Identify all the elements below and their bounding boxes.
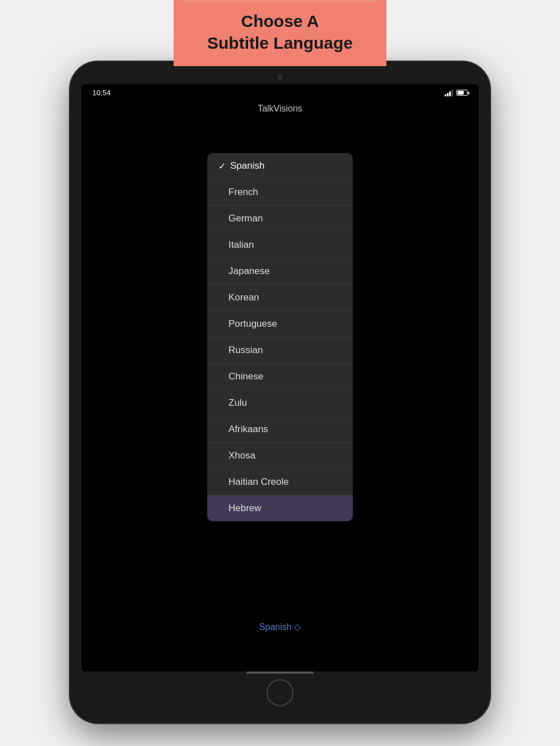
language-option-chinese[interactable]: Chinese bbox=[207, 364, 353, 390]
signal-icon bbox=[445, 90, 453, 96]
home-indicator bbox=[246, 671, 314, 674]
language-dropdown[interactable]: ✓ Spanish French German Italian Japane bbox=[207, 153, 353, 521]
language-label-german: German bbox=[228, 213, 263, 224]
language-option-hebrew[interactable]: Hebrew bbox=[207, 495, 353, 521]
status-bar: 10:54 bbox=[81, 84, 479, 101]
language-label-zulu: Zulu bbox=[228, 397, 247, 409]
language-label-russian: Russian bbox=[228, 345, 263, 356]
status-right bbox=[445, 90, 468, 96]
tablet-frame: 10:54 TalkVisions ✓ bbox=[70, 62, 490, 723]
language-label-spanish: Spanish bbox=[230, 160, 264, 172]
language-option-haitian-creole[interactable]: Haitian Creole bbox=[207, 469, 353, 495]
language-option-russian[interactable]: Russian bbox=[207, 337, 353, 364]
language-option-german[interactable]: German bbox=[207, 206, 353, 232]
language-label-xhosa: Xhosa bbox=[228, 450, 255, 461]
time-display: 10:54 bbox=[92, 89, 111, 97]
language-label-haitian-creole: Haitian Creole bbox=[228, 476, 289, 488]
banner: Choose A Subtitle Language bbox=[174, 0, 386, 66]
banner-line2: Subtitle Language bbox=[207, 34, 353, 52]
language-option-afrikaans[interactable]: Afrikaans bbox=[207, 416, 353, 443]
language-option-xhosa[interactable]: Xhosa bbox=[207, 443, 353, 469]
battery-icon bbox=[456, 90, 468, 96]
language-option-zulu[interactable]: Zulu bbox=[207, 390, 353, 416]
language-label-japanese: Japanese bbox=[228, 266, 270, 277]
banner-line1: Choose A bbox=[241, 12, 319, 30]
language-option-italian[interactable]: Italian bbox=[207, 232, 353, 258]
language-option-korean[interactable]: Korean bbox=[207, 285, 353, 311]
language-label-italian: Italian bbox=[228, 239, 254, 251]
banner-title: Choose A Subtitle Language bbox=[207, 10, 353, 54]
battery-fill bbox=[458, 91, 464, 95]
camera bbox=[278, 75, 282, 80]
language-option-japanese[interactable]: Japanese bbox=[207, 258, 353, 285]
screen-content: ✓ Spanish French German Italian Japane bbox=[81, 119, 479, 671]
banner-background: Choose A Subtitle Language bbox=[174, 0, 386, 66]
language-option-portuguese[interactable]: Portuguese bbox=[207, 311, 353, 337]
checkmark-icon: ✓ bbox=[218, 161, 226, 172]
tablet-screen: 10:54 TalkVisions ✓ bbox=[81, 84, 479, 671]
bottom-selector-label: Spanish ◇ bbox=[259, 622, 301, 632]
home-button[interactable] bbox=[267, 679, 293, 706]
language-option-french[interactable]: French bbox=[207, 179, 353, 206]
bottom-language-selector[interactable]: Spanish ◇ bbox=[81, 622, 479, 632]
language-option-spanish[interactable]: ✓ Spanish bbox=[207, 153, 353, 179]
language-label-portuguese: Portuguese bbox=[228, 318, 277, 330]
language-label-chinese: Chinese bbox=[228, 371, 263, 382]
app-title: TalkVisions bbox=[81, 101, 479, 119]
language-label-french: French bbox=[228, 187, 258, 198]
home-area bbox=[246, 671, 314, 712]
language-label-hebrew: Hebrew bbox=[228, 503, 262, 514]
language-label-afrikaans: Afrikaans bbox=[228, 424, 268, 435]
language-label-korean: Korean bbox=[228, 292, 259, 303]
